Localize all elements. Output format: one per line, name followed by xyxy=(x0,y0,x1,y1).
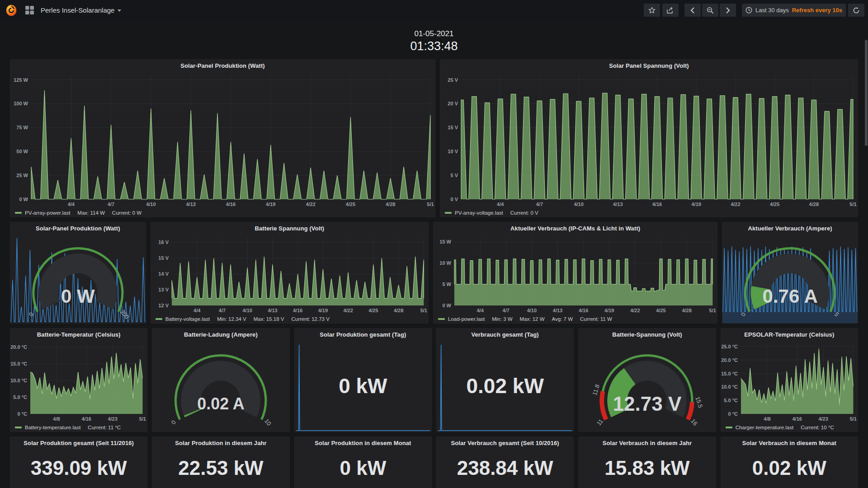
svg-text:0 V: 0 V xyxy=(450,197,458,202)
panel-title[interactable]: Aktueller Verbrauch (Ampere) xyxy=(722,222,858,234)
legend-stat: Current: 11 W xyxy=(580,316,612,322)
panel-title[interactable]: Solar Verbrauch in diesem Jahr xyxy=(579,437,715,449)
svg-text:4/22: 4/22 xyxy=(343,308,353,313)
svg-text:4/7: 4/7 xyxy=(536,202,543,207)
svg-text:5 W: 5 W xyxy=(442,282,451,287)
legend-stat: Avg: 7 W xyxy=(552,316,573,322)
svg-text:4/7: 4/7 xyxy=(503,308,509,313)
time-range-label: Last 30 days xyxy=(755,7,789,14)
legend[interactable]: PV-array-power.lastMax: 114 WCurrent: 0 … xyxy=(10,208,435,217)
svg-text:5/1: 5/1 xyxy=(709,308,716,313)
panel-title[interactable]: Batterie-Ladung (Ampere) xyxy=(152,328,289,340)
panel-battery-voltage-graph: Batterie Spannung (Volt) 12 V13 V14 V15 … xyxy=(151,222,429,324)
legend-series-name[interactable]: Load-power.last xyxy=(448,316,485,322)
scrollbar[interactable] xyxy=(865,40,868,146)
panel-solar-prod-day-stat: Solar Produktion gesamt (Tag) 0 kW xyxy=(294,328,432,432)
panel-title[interactable]: EPSOLAR-Temperatur (Celsius) xyxy=(721,328,858,340)
panel-title[interactable]: Batterie-Temperatur (Celsius) xyxy=(10,328,147,340)
panel-title[interactable]: Batterie-Spannung (Volt) xyxy=(579,328,715,340)
svg-text:4/10: 4/10 xyxy=(146,202,156,207)
chevron-right-icon xyxy=(726,7,730,14)
svg-text:5.0 °C: 5.0 °C xyxy=(724,398,738,403)
pv-power-gauge[interactable]: 0200 0 W xyxy=(10,234,146,323)
legend-stat: Min: 12.34 V xyxy=(217,316,246,322)
svg-text:4/25: 4/25 xyxy=(656,308,665,313)
clock-date: 01-05-2021 xyxy=(415,29,454,38)
time-forward-button[interactable] xyxy=(720,4,736,17)
legend-stat: Max: 12 W xyxy=(520,316,545,322)
svg-text:11.8: 11.8 xyxy=(591,384,601,396)
svg-text:0 W: 0 W xyxy=(442,303,451,308)
legend[interactable]: Load-power.lastMin: 3 WMax: 12 WAvg: 7 W… xyxy=(434,314,717,323)
dashboard-title-dropdown[interactable]: Perles Insel-Solaranlage xyxy=(41,6,121,14)
star-icon xyxy=(648,7,656,14)
load-current-gauge[interactable]: 05 0.76 A xyxy=(722,234,858,323)
panel-title[interactable]: Solar Verbrauch gesamt (Seit 10/2016) xyxy=(437,437,573,449)
legend-stat: Min: 3 W xyxy=(492,316,512,322)
panel-title[interactable]: Verbrauch gesamt (Tag) xyxy=(437,328,573,340)
svg-text:5/1: 5/1 xyxy=(420,308,427,313)
svg-text:10 W: 10 W xyxy=(439,260,451,266)
legend[interactable]: PV-array-voltage.lastCurrent: 0 V xyxy=(440,208,858,217)
svg-text:0 W: 0 W xyxy=(19,197,28,202)
legend[interactable]: Battery-temperature.lastCurrent: 11 °C xyxy=(10,423,147,432)
row-3: Batterie-Temperatur (Celsius) 0 °C5.0 °C… xyxy=(10,328,858,432)
navbar: Perles Insel-Solaranlage xyxy=(0,0,868,20)
chevron-left-icon xyxy=(690,7,695,14)
svg-text:10: 10 xyxy=(264,418,273,427)
charger-temp-chart[interactable]: 0 °C5.0 °C10.0 °C15.0 °C20.0 °C25.0 °C4/… xyxy=(721,340,858,423)
row-1: Solar-Panel Produktion (Watt) 0 W25 W50 … xyxy=(10,59,858,217)
svg-text:4/16: 4/16 xyxy=(293,308,302,313)
panel-title[interactable]: Solar Produktion in diesem Monat xyxy=(295,437,431,449)
legend[interactable]: Battery-voltage.lastMin: 12.34 VMax: 15.… xyxy=(151,314,428,323)
battery-charge-gauge[interactable]: 010 0.02 A xyxy=(152,340,289,432)
svg-text:20.0 °C: 20.0 °C xyxy=(721,357,738,363)
share-button[interactable] xyxy=(662,4,679,17)
battery-voltage-gauge[interactable]: 1111.815.516 12.73 V xyxy=(579,340,715,432)
svg-text:125 W: 125 W xyxy=(14,77,28,83)
panel-title[interactable]: Solar-Panel Produktion (Watt) xyxy=(10,222,146,234)
legend[interactable]: Charger-temperature.lastCurrent: 10 °C xyxy=(721,423,858,432)
star-button[interactable] xyxy=(644,4,660,17)
row-2: Solar-Panel Produktion (Watt) 0200 0 W B… xyxy=(10,222,858,324)
svg-text:50 W: 50 W xyxy=(16,149,28,154)
legend-series-name[interactable]: PV-array-power.last xyxy=(25,210,70,216)
time-range-picker[interactable]: Last 30 days Refresh every 10s xyxy=(742,4,846,17)
dashboards-grid-icon[interactable] xyxy=(23,4,36,17)
svg-text:4/4: 4/4 xyxy=(497,202,504,207)
panel-title[interactable]: Solar-Panel Produktion (Watt) xyxy=(10,60,435,71)
pv-power-chart[interactable]: 0 W25 W50 W75 W100 W125 W4/44/74/104/134… xyxy=(10,71,435,208)
legend-series-name[interactable]: Charger-temperature.last xyxy=(736,425,793,430)
panel-title[interactable]: Batterie Spannung (Volt) xyxy=(151,222,428,234)
legend-series-name[interactable]: Battery-temperature.last xyxy=(25,425,80,430)
svg-text:20.0 °C: 20.0 °C xyxy=(10,344,27,350)
legend-stat: Current: 12.73 V xyxy=(291,316,329,322)
pv-voltage-chart[interactable]: 0 V5 V10 V15 V20 V25 V4/44/74/104/134/16… xyxy=(440,71,858,208)
panel-load-power-graph: Aktueller Verbrauch (IP-CAMs & Licht in … xyxy=(433,222,717,324)
stat-value: 15.83 kW xyxy=(604,457,689,479)
panel-title[interactable]: Aktueller Verbrauch (IP-CAMs & Licht in … xyxy=(434,222,717,234)
battery-temp-chart[interactable]: 0 °C5.0 °C10.0 °C15.0 °C20.0 °C4/84/164/… xyxy=(10,340,147,423)
time-back-button[interactable] xyxy=(684,4,701,17)
panel-title[interactable]: Solar Verbrauch in diesem Monat xyxy=(721,437,858,449)
svg-text:100 W: 100 W xyxy=(14,101,28,106)
battery-voltage-chart[interactable]: 12 V13 V14 V15 V16 V4/44/74/104/134/164/… xyxy=(151,234,428,314)
svg-text:4/16: 4/16 xyxy=(579,308,588,313)
svg-text:5/1: 5/1 xyxy=(849,416,856,422)
panel-consumption-day-stat: Verbrauch gesamt (Tag) 0.02 kW xyxy=(436,328,574,432)
svg-text:4/23: 4/23 xyxy=(818,416,828,422)
legend-series-name[interactable]: PV-array-voltage.last xyxy=(455,210,503,216)
caret-down-icon xyxy=(118,9,121,12)
panel-title[interactable]: Solar Produktion in diesem Jahr xyxy=(152,437,289,449)
panel-charger-temp-graph: EPSOLAR-Temperatur (Celsius) 0 °C5.0 °C1… xyxy=(721,328,858,432)
series-color-dash xyxy=(15,212,22,214)
svg-text:4/10: 4/10 xyxy=(527,308,537,313)
legend-series-name[interactable]: Battery-voltage.last xyxy=(165,316,210,322)
panel-title[interactable]: Solar Produktion gesamt (Tag) xyxy=(295,328,431,340)
panel-title[interactable]: Solar Panel Spannung (Volt) xyxy=(440,60,858,71)
panel-title[interactable]: Solar Produktion gesamt (Seit 11/2016) xyxy=(10,437,147,449)
svg-text:0 °C: 0 °C xyxy=(17,411,27,417)
refresh-button[interactable] xyxy=(848,4,864,17)
zoom-out-button[interactable] xyxy=(702,4,718,17)
load-power-chart[interactable]: 0 W5 W10 W15 W4/44/74/104/134/164/194/22… xyxy=(434,234,717,314)
